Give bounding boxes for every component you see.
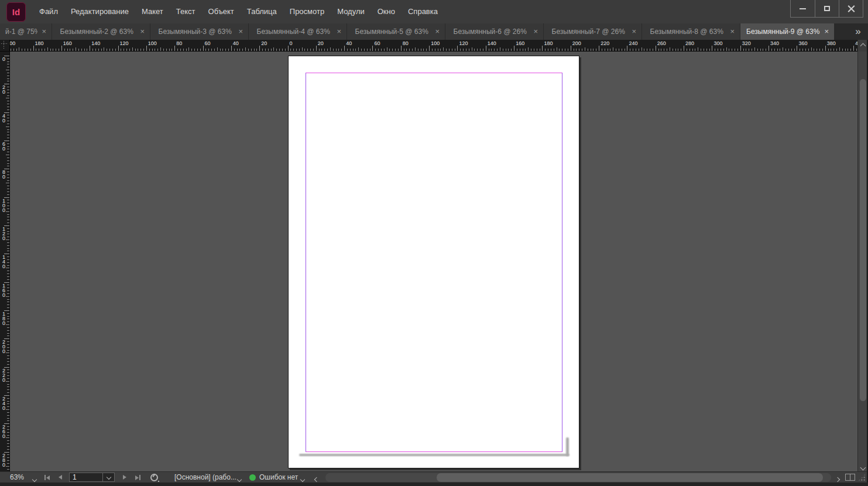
ruler-label: 120 bbox=[120, 40, 129, 46]
document-tab-6[interactable]: Безымянный-6 @ 26%× bbox=[445, 23, 543, 40]
ruler-tick bbox=[7, 358, 9, 359]
ruler-tick bbox=[25, 49, 25, 51]
ruler-label: 6 0 bbox=[2, 142, 5, 151]
paragraph-style-label[interactable]: [Основной] (рабо... bbox=[174, 473, 236, 481]
ruler-tick bbox=[670, 47, 670, 51]
ruler-tick bbox=[7, 214, 9, 215]
document-tab-8[interactable]: Безымянный-8 @ 63%× bbox=[642, 23, 740, 40]
chevron-right-icon bbox=[835, 477, 840, 482]
menu-item-6[interactable]: Таблица bbox=[241, 0, 283, 23]
close-button[interactable] bbox=[839, 0, 863, 17]
ruler-tick bbox=[551, 49, 551, 51]
preflight-errors-label[interactable]: Ошибок нет bbox=[259, 473, 298, 481]
tab-overflow-button[interactable]: » bbox=[848, 23, 868, 40]
previous-page-button[interactable] bbox=[59, 475, 62, 480]
tab-close-icon[interactable]: × bbox=[730, 28, 735, 35]
menu-item-7[interactable]: Просмотр bbox=[283, 0, 331, 23]
ruler-tick bbox=[7, 285, 9, 285]
menu-item-8[interactable]: Модули bbox=[331, 0, 371, 23]
ruler-tick bbox=[435, 49, 435, 51]
ruler-tick bbox=[47, 47, 48, 51]
ruler-tick bbox=[299, 49, 300, 51]
ruler-tick bbox=[7, 341, 9, 342]
page-number-input[interactable] bbox=[70, 473, 102, 481]
menu-item-2[interactable]: Редактирование bbox=[64, 0, 135, 23]
last-page-button[interactable] bbox=[135, 475, 140, 480]
spread-view-icon[interactable] bbox=[845, 474, 855, 481]
ruler-tick bbox=[7, 259, 9, 260]
zoom-dropdown-button[interactable] bbox=[33, 475, 36, 483]
document-tab-1[interactable]: й-1 @ 75%× bbox=[0, 23, 52, 40]
pasteboard[interactable] bbox=[10, 52, 857, 471]
ruler-label: 4 0 bbox=[2, 114, 5, 123]
preflight-gauge-icon[interactable] bbox=[150, 474, 158, 481]
scroll-right-button[interactable] bbox=[836, 475, 839, 483]
ruler-tick bbox=[7, 336, 9, 336]
ruler-label: 380 bbox=[827, 40, 836, 46]
ruler-tick bbox=[7, 435, 9, 436]
ruler-tick bbox=[149, 49, 150, 51]
document-tab-3[interactable]: Безымянный-3 @ 63%× bbox=[150, 23, 248, 40]
margin-guides bbox=[306, 73, 562, 452]
ruler-tick bbox=[644, 49, 644, 51]
tab-close-icon[interactable]: × bbox=[238, 28, 243, 35]
zoom-level-value[interactable]: 63% bbox=[10, 473, 24, 481]
tab-close-icon[interactable]: × bbox=[140, 28, 145, 35]
preflight-dropdown-button[interactable] bbox=[301, 475, 304, 483]
tab-close-icon[interactable]: × bbox=[42, 28, 46, 35]
ruler-label: 240 bbox=[629, 40, 637, 46]
ruler-tick bbox=[7, 265, 9, 266]
first-page-button[interactable] bbox=[44, 475, 50, 480]
ruler-tick bbox=[76, 47, 76, 51]
next-page-button[interactable] bbox=[123, 475, 126, 480]
tab-close-icon[interactable]: × bbox=[533, 28, 538, 35]
ruler-tick bbox=[7, 375, 9, 376]
vertical-scrollbar-thumb[interactable] bbox=[860, 79, 866, 401]
page-number-dropdown-button[interactable] bbox=[102, 473, 114, 481]
menu-item-1[interactable]: Файл bbox=[33, 0, 64, 23]
ruler-tick bbox=[630, 49, 630, 51]
ruler-tick bbox=[205, 49, 206, 51]
tab-close-icon[interactable]: × bbox=[824, 28, 829, 35]
last-page-icon bbox=[139, 475, 140, 480]
maximize-button[interactable] bbox=[815, 0, 839, 17]
ruler-tick bbox=[517, 49, 517, 51]
ruler-tick bbox=[749, 49, 749, 51]
ruler-tick bbox=[7, 101, 9, 101]
ruler-label: 8 0 bbox=[2, 170, 5, 179]
document-page[interactable] bbox=[288, 56, 579, 468]
ruler-tick bbox=[392, 49, 393, 51]
ruler-tick bbox=[296, 49, 297, 51]
ruler-tick bbox=[7, 109, 9, 110]
vertical-ruler[interactable]: 02 04 06 08 01 0 01 2 01 4 01 6 01 8 02 … bbox=[0, 52, 10, 471]
ruler-tick bbox=[321, 49, 322, 51]
ruler-tick bbox=[678, 49, 678, 51]
ruler-tick bbox=[171, 49, 172, 51]
minimize-button[interactable] bbox=[791, 0, 815, 17]
menu-item-4[interactable]: Текст bbox=[170, 0, 202, 23]
menu-item-9[interactable]: Окно bbox=[371, 0, 402, 23]
ruler-tick bbox=[56, 49, 56, 51]
menu-item-10[interactable]: Справка bbox=[402, 0, 444, 23]
ruler-origin-box[interactable] bbox=[0, 40, 10, 52]
ruler-tick bbox=[771, 49, 772, 51]
tab-close-icon[interactable]: × bbox=[337, 28, 341, 35]
horizontal-scrollbar-thumb[interactable] bbox=[437, 473, 823, 482]
document-tab-4[interactable]: Безымянный-4 @ 63%× bbox=[249, 23, 346, 40]
tab-close-icon[interactable]: × bbox=[632, 28, 636, 35]
style-dropdown-button[interactable] bbox=[238, 475, 241, 483]
document-tab-2[interactable]: Безымянный-2 @ 63%× bbox=[52, 23, 150, 40]
tab-close-icon[interactable]: × bbox=[435, 28, 440, 35]
indesign-app-icon[interactable]: Id bbox=[6, 2, 26, 22]
document-tab-9[interactable]: Безымянный-9 @ 63%× bbox=[740, 23, 834, 40]
document-tab-5[interactable]: Безымянный-5 @ 63%× bbox=[347, 23, 445, 40]
scroll-left-button[interactable] bbox=[315, 475, 318, 483]
menu-item-5[interactable]: Объект bbox=[202, 0, 241, 23]
document-tab-7[interactable]: Безымянный-7 @ 26%× bbox=[544, 23, 641, 40]
horizontal-scrollbar[interactable] bbox=[325, 473, 831, 482]
ruler-tick bbox=[7, 189, 9, 189]
horizontal-ruler[interactable]: 2001801601401201008060402002040608010012… bbox=[10, 40, 857, 52]
menu-item-3[interactable]: Макет bbox=[135, 0, 170, 23]
page-inner-shadow-vertical bbox=[566, 437, 569, 456]
ruler-tick bbox=[574, 49, 574, 51]
